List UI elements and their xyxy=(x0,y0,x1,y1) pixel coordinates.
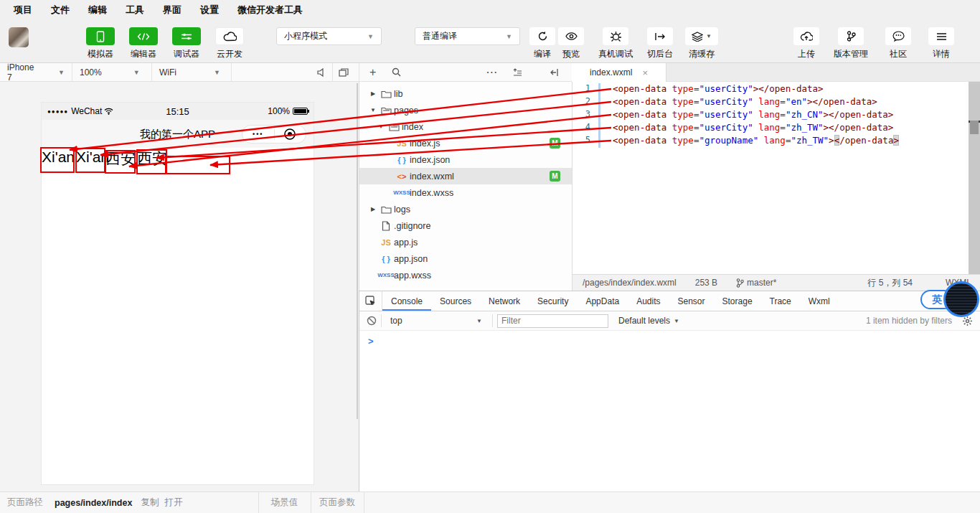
toggle-云开发[interactable]: 云开发 xyxy=(214,27,245,60)
js-file-icon: JS xyxy=(394,139,410,148)
tree-item-index-wxml[interactable]: <>index.wxmlM xyxy=(359,168,572,184)
code-editor[interactable]: 1<open-data type="userCity"></open-data>… xyxy=(572,82,980,274)
debugger-tab-bar: ConsoleSourcesNetworkSecurityAppDataAudi… xyxy=(359,291,980,311)
tree-item-index-wxss[interactable]: WXSSindex.wxss xyxy=(359,184,572,201)
scrollbar[interactable] xyxy=(357,83,358,419)
tree-item-app-wxss[interactable]: WXSSapp.wxss xyxy=(359,267,572,283)
chevron-down-icon[interactable]: ▼ xyxy=(368,107,378,113)
menu-item-编辑[interactable]: 编辑 xyxy=(80,1,115,19)
code-line-3[interactable]: 3<open-data type="userCity" lang="zh_CN"… xyxy=(573,108,980,121)
debugger-tab-console[interactable]: Console xyxy=(382,291,431,311)
action-上传[interactable]: 上传 xyxy=(786,27,826,60)
file-size: 253 B xyxy=(695,278,717,288)
line-number: 1 xyxy=(573,83,597,93)
tree-item-index-js[interactable]: JSindex.jsM xyxy=(359,135,572,151)
chevron-down-icon[interactable]: ▼ xyxy=(376,123,386,130)
tree-item-pages[interactable]: ▼pages xyxy=(359,102,572,118)
tree-item--gitignore[interactable]: .gitignore xyxy=(359,217,572,234)
add-file-icon[interactable]: + xyxy=(369,66,376,79)
action-切后台[interactable]: 切后台 xyxy=(640,27,680,60)
zoom-select[interactable]: 100%▼ xyxy=(72,63,151,81)
network-select[interactable]: WiFi▼ xyxy=(152,63,231,81)
sim-nav-bar: 我的第一个APP ••• xyxy=(42,120,314,148)
cursor-position[interactable]: 行 5，列 54 xyxy=(867,277,913,289)
code-line-4[interactable]: 4<open-data type="userCity" lang="zh_TW"… xyxy=(573,121,980,133)
debugger-tab-storage[interactable]: Storage xyxy=(714,291,761,311)
tree-item-app-json[interactable]: { }app.json xyxy=(359,250,572,267)
sim-status-bar: ●●●●● WeChat 15:15 100% xyxy=(42,103,314,120)
action-真机调试[interactable]: 真机调试 xyxy=(595,27,636,60)
compile-mode-select[interactable]: 普通编译 ▼ xyxy=(415,27,520,45)
action-社区[interactable]: 社区 xyxy=(878,27,918,60)
code-line-5[interactable]: 5<open-data type="groupName" lang="zh_TW… xyxy=(573,133,980,146)
chevron-right-icon[interactable]: ▶ xyxy=(368,90,378,97)
action-详情[interactable]: 详情 xyxy=(921,27,961,60)
phone-icon xyxy=(86,27,115,45)
debugger-tab-trace[interactable]: Trace xyxy=(761,291,800,311)
console-prompt: > xyxy=(368,336,374,347)
floating-avatar[interactable] xyxy=(943,281,979,317)
code-line-1[interactable]: 1<open-data type="userCity"></open-data> xyxy=(573,82,980,95)
record-icon[interactable] xyxy=(275,128,306,141)
page-params-label[interactable]: 页面参数 xyxy=(311,496,364,509)
tree-item-index[interactable]: ▼index xyxy=(359,118,572,135)
toggle-模拟器[interactable]: 模拟器 xyxy=(85,27,116,60)
tab-index-wxml[interactable]: index.wxml × xyxy=(572,63,666,82)
file-name: app.json xyxy=(394,254,428,264)
device-select[interactable]: iPhone 7▼ xyxy=(0,63,72,81)
tree-item-lib[interactable]: ▶lib xyxy=(359,85,572,102)
log-levels-select[interactable]: Default levels▼ xyxy=(618,316,679,326)
code-line-2[interactable]: 2<open-data type="userCity" lang="en"></… xyxy=(573,95,980,108)
menu-item-项目[interactable]: 项目 xyxy=(6,1,40,19)
sliders-icon xyxy=(172,27,201,45)
folder-icon xyxy=(378,205,394,214)
collapse-panel-icon[interactable] xyxy=(550,68,560,77)
menu-item-界面[interactable]: 界面 xyxy=(155,1,189,19)
debugger-tab-appdata[interactable]: AppData xyxy=(577,291,628,311)
file-name: logs xyxy=(394,204,410,215)
close-icon[interactable]: × xyxy=(642,67,648,78)
editor-scrollbar[interactable] xyxy=(969,82,980,274)
tree-item-logs[interactable]: ▶logs xyxy=(359,201,572,217)
action-版本管理[interactable]: 版本管理 xyxy=(831,27,871,60)
context-select[interactable]: top ▼ xyxy=(386,316,488,326)
chevron-right-icon[interactable]: ▶ xyxy=(368,206,378,212)
tree-item-index-json[interactable]: { }index.json xyxy=(359,151,572,168)
sort-icon[interactable] xyxy=(512,68,522,77)
file-name: app.wxss xyxy=(394,270,431,281)
speaker-icon[interactable] xyxy=(316,67,326,77)
tree-item-app-js[interactable]: JSapp.js xyxy=(359,234,572,250)
menu-item-设置[interactable]: 设置 xyxy=(192,1,227,19)
open-data-text: Xi'an xyxy=(42,149,75,166)
menu-dots-icon[interactable]: ••• xyxy=(242,131,274,138)
menu-item-微信开发者工具[interactable]: 微信开发者工具 xyxy=(230,1,311,19)
rotate-window-icon[interactable] xyxy=(339,67,349,77)
action-label: 预览 xyxy=(551,48,591,60)
toggle-调试器[interactable]: 调试器 xyxy=(171,27,202,60)
debugger-tab-sources[interactable]: Sources xyxy=(431,291,480,311)
inspect-element-icon[interactable] xyxy=(359,291,382,311)
search-icon[interactable] xyxy=(392,67,401,77)
clear-console-icon[interactable] xyxy=(367,316,377,326)
filter-input[interactable] xyxy=(497,314,608,328)
action-预览[interactable]: 预览 xyxy=(551,27,591,60)
copy-link[interactable]: 复制 xyxy=(141,496,159,509)
mode-select[interactable]: 小程序模式 ▼ xyxy=(276,27,382,45)
console-output[interactable]: > xyxy=(359,331,980,491)
toggle-编辑器[interactable]: 编辑器 xyxy=(128,27,159,60)
debugger-tab-security[interactable]: Security xyxy=(529,291,577,311)
more-icon[interactable]: ⋯ xyxy=(486,65,498,79)
file-name: index xyxy=(402,122,423,132)
debugger-tab-network[interactable]: Network xyxy=(480,291,529,311)
scene-value-label[interactable]: 场景值 xyxy=(258,496,311,509)
network-select-value: WiFi xyxy=(159,67,176,77)
open-link[interactable]: 打开 xyxy=(164,496,182,509)
avatar[interactable] xyxy=(9,27,29,47)
menu-item-文件[interactable]: 文件 xyxy=(43,1,77,19)
debugger-tab-sensor[interactable]: Sensor xyxy=(669,291,714,311)
debugger-tab-audits[interactable]: Audits xyxy=(628,291,669,311)
action-清缓存[interactable]: ▼清缓存 xyxy=(682,27,722,60)
git-branch[interactable]: master* xyxy=(736,278,776,288)
debugger-tab-wxml[interactable]: Wxml xyxy=(800,291,839,311)
menu-item-工具[interactable]: 工具 xyxy=(118,1,152,19)
